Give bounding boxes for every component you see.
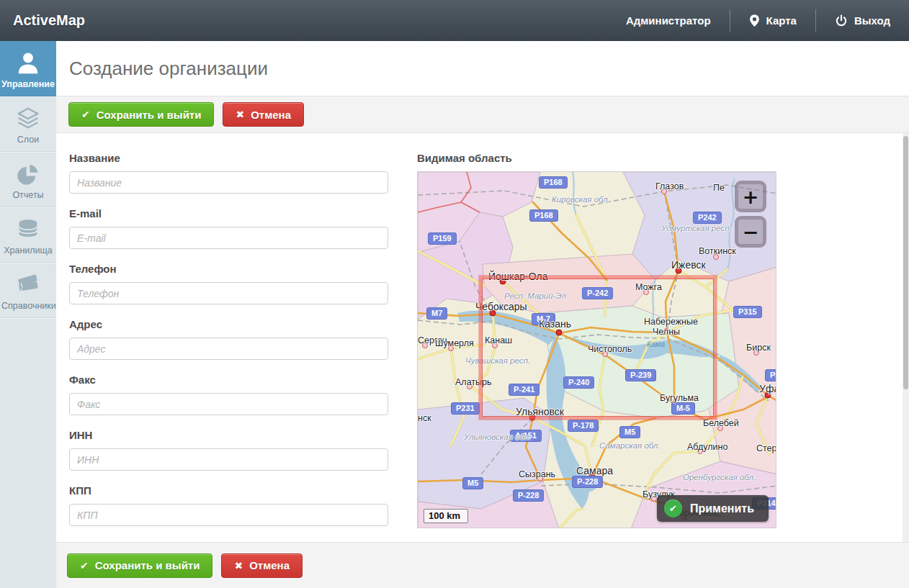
map-label-city-major: Уфа — [759, 384, 776, 394]
field-label-address: Адрес — [69, 318, 388, 331]
map-label-city: Абдулино — [687, 443, 727, 453]
user-name-label: Администратор — [626, 14, 711, 27]
cancel-button-label: Отмена — [249, 559, 290, 571]
check-icon: ✔ — [80, 560, 89, 571]
nav-logout-label: Выход — [854, 14, 890, 27]
field-label-fax: Факс — [69, 374, 388, 386]
save-button-label: Сохранить и выйти — [95, 559, 200, 571]
nav-map-label: Карта — [766, 14, 797, 27]
map-label-city: Глазов — [655, 182, 684, 192]
sidebar-item-label: Отчеты — [1, 190, 55, 200]
map-label-road: Р168 — [539, 176, 568, 189]
sidebar-item-label: Хранилища — [1, 245, 55, 255]
brand-logo[interactable]: ActiveMap — [0, 12, 85, 29]
header-nav: Администратор Карта Выход — [607, 0, 909, 41]
sidebar-item-label: Управление — [1, 79, 55, 89]
fax-input[interactable] — [69, 393, 388, 415]
save-button-label: Сохранить и выйти — [97, 109, 202, 121]
app-header: ActiveMap Администратор Карта Выход — [0, 0, 909, 41]
visible-area-section: Видимая область — [417, 152, 778, 542]
cancel-button-bottom[interactable]: ✖ Отмена — [221, 553, 303, 578]
field-label-inn: ИНН — [69, 429, 388, 442]
x-icon: ✖ — [236, 109, 244, 120]
map-scale-bar: 100 km — [424, 509, 468, 523]
name-input[interactable] — [69, 171, 388, 194]
save-and-exit-button[interactable]: ✔ Сохранить и выйти — [68, 102, 214, 127]
zoom-out-button[interactable]: − — [735, 216, 766, 248]
map-label-city: Шумерля — [435, 339, 474, 349]
map-label-road: М5 — [619, 426, 640, 438]
field-label-name: Название — [69, 152, 388, 165]
power-icon — [835, 14, 848, 27]
map-label-city: Воткинск — [699, 247, 736, 257]
field-label-phone: Телефон — [69, 263, 388, 276]
map-label-city-major: Ижевск — [671, 260, 706, 271]
map-label-region: Оренбургская обл. — [683, 473, 756, 482]
sidebar-item-label: Слои — [1, 135, 55, 145]
map-label-road: Р-228 — [513, 489, 544, 502]
pie-chart-icon — [1, 160, 55, 189]
map-label-city: Бирск — [746, 343, 771, 353]
visible-area-label: Видимая область — [417, 152, 778, 165]
map-label-city: нск — [418, 414, 431, 424]
map-label-city: Белебей — [703, 419, 739, 429]
phone-input[interactable] — [69, 282, 388, 304]
check-icon: ✔ — [81, 109, 90, 120]
content-area: Название E-mail Телефон Адрес Факс — [56, 133, 909, 542]
sidebar-item-reports[interactable]: Отчеты — [0, 152, 56, 207]
check-circle-icon: ✔ — [664, 499, 682, 517]
map-label-region: Ульяновская обл. — [464, 433, 531, 442]
map-label-city: Стерлита — [756, 444, 776, 454]
cancel-button[interactable]: ✖ Отмена — [223, 102, 304, 127]
email-input[interactable] — [69, 227, 388, 249]
address-input[interactable] — [69, 338, 388, 360]
cancel-button-label: Отмена — [251, 109, 291, 121]
zoom-in-button[interactable]: + — [735, 181, 766, 212]
inn-input[interactable] — [69, 448, 388, 471]
visible-area-map[interactable]: Р168Р168Р242Р159Р-242Р315М7М-7Р315Р-239Р… — [417, 171, 776, 528]
map-label-road: Р-178 — [568, 420, 599, 432]
scrollbar-thumb[interactable] — [903, 136, 908, 389]
page-title: Создание организации — [69, 58, 268, 80]
visible-area-selection-rect[interactable] — [479, 276, 717, 420]
map-label-road: Р231 — [451, 402, 480, 415]
main-panel: Создание организации ✔ Сохранить и выйти… — [56, 41, 909, 588]
save-and-exit-button-bottom[interactable]: ✔ Сохранить и выйти — [67, 553, 212, 578]
books-icon — [1, 271, 55, 299]
apply-button[interactable]: ✔ Применить — [657, 495, 769, 522]
nav-map[interactable]: Карта — [730, 0, 815, 41]
field-label-email: E-mail — [69, 207, 388, 220]
sidebar-item-directories[interactable]: Справочники — [0, 263, 56, 318]
map-pin-icon — [749, 14, 760, 27]
user-icon — [1, 49, 55, 78]
map-label-road: Р159 — [428, 232, 457, 245]
map-label-region: Самарская обл. — [599, 441, 661, 451]
map-label-city: Пе — [713, 184, 725, 194]
database-icon — [1, 215, 55, 244]
user-menu[interactable]: Администратор — [607, 0, 730, 41]
sidebar-item-storages[interactable]: Хранилища — [0, 207, 56, 263]
x-icon: ✖ — [234, 560, 243, 571]
map-label-road: Р315 — [733, 306, 762, 318]
map-label-road: М5 — [462, 477, 483, 489]
bottom-toolbar: ✔ Сохранить и выйти ✖ Отмена — [56, 542, 909, 588]
nav-logout[interactable]: Выход — [816, 0, 909, 41]
sidebar-item-label: Справочники — [1, 301, 55, 311]
vertical-scrollbar[interactable] — [903, 133, 909, 542]
sidebar-item-management[interactable]: Управление — [0, 41, 56, 96]
field-label-kpp: КПП — [69, 484, 388, 497]
kpp-input[interactable] — [69, 504, 388, 526]
map-label-road: Р315 — [765, 369, 776, 381]
map-label-road: Р-228 — [572, 476, 603, 488]
sidebar: Управление Слои Отчет — [0, 41, 56, 588]
map-label-region: Удмуртская респ. — [661, 224, 732, 233]
organization-form: Название E-mail Телефон Адрес Факс — [69, 152, 388, 542]
title-bar: Создание организации — [56, 41, 909, 96]
top-toolbar: ✔ Сохранить и выйти ✖ Отмена — [56, 96, 909, 133]
map-label-region: Кировская обл. — [552, 195, 610, 204]
sidebar-item-layers[interactable]: Слои — [0, 96, 56, 152]
map-label-road: Р242 — [693, 212, 722, 224]
map-label-road: Р168 — [529, 209, 558, 222]
apply-button-label: Применить — [690, 502, 754, 515]
map-zoom-controls: + − — [735, 181, 766, 251]
